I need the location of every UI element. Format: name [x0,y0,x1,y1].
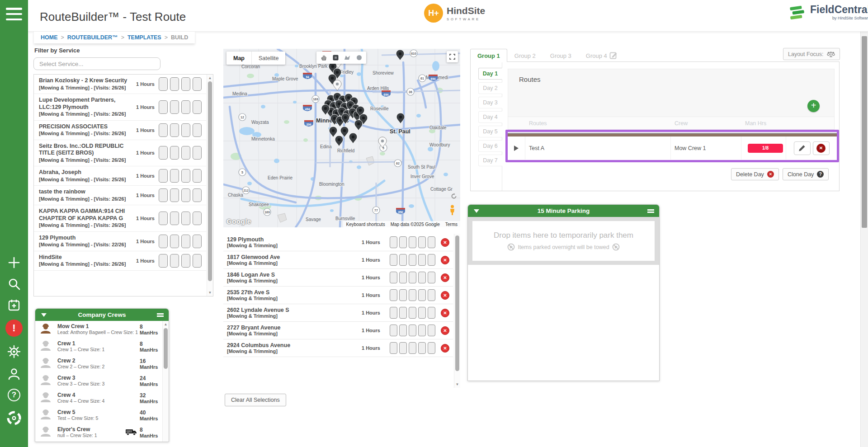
breadcrumb-item[interactable]: HOME [41,34,58,41]
day-tab[interactable]: Day 7 [478,155,502,166]
scroll-up-icon[interactable] [207,76,213,80]
visit-checkbox[interactable] [159,188,168,202]
address-row[interactable]: 2535 27th Ave S [Mowing & Trimming] 1 Ho… [223,287,453,304]
visit-checkbox[interactable] [193,212,202,225]
edit-route-button[interactable] [794,141,811,155]
crew-row[interactable]: Mow Crew 1 Lead: Anthony Bagwell – Crew … [35,321,162,338]
visit-checkbox[interactable] [193,254,202,268]
visit-checkbox[interactable] [390,307,397,319]
visit-checkbox[interactable] [193,235,202,248]
address-row[interactable]: 2602 Lyndale Avenue S [Mowing & Trimming… [223,304,453,322]
visit-checkbox[interactable] [428,254,435,266]
visit-checkbox[interactable] [181,188,190,202]
remove-address-button[interactable] [441,291,449,300]
polygon-select-icon[interactable] [341,52,353,64]
day-tab[interactable]: Day 3 [478,97,502,108]
visit-checkbox[interactable] [409,325,416,336]
scrollbar-thumb[interactable] [208,81,212,281]
visit-checkbox[interactable] [409,272,416,283]
visit-checkbox[interactable] [399,289,407,301]
parking-drop-zone[interactable]: Drop items here to temporarily park them… [472,221,655,261]
day-tab[interactable]: Day 2 [478,82,502,94]
visit-checkbox[interactable] [170,235,179,248]
visit-checkbox[interactable] [428,307,435,319]
visit-checkbox[interactable] [181,235,190,248]
visit-checkbox[interactable] [159,254,168,268]
visit-checkbox[interactable] [159,100,168,114]
crew-row[interactable]: Crew 3 Crew 3 – Crew Size: 3 24 ManHrs [35,372,162,390]
visit-checkbox[interactable] [418,342,426,354]
visit-checkbox[interactable] [193,123,202,137]
search-icon[interactable] [7,277,21,291]
delete-day-button[interactable]: Delete Day [731,168,779,180]
remove-address-button[interactable] [441,309,449,317]
clone-day-button[interactable]: Clone Day [783,168,829,180]
map-canvas[interactable]: CorcoranMaple GroveBrooklyn ParkFridleyS… [223,49,460,227]
panel-menu-icon[interactable] [157,313,164,315]
plus-icon[interactable] [7,256,21,269]
scrollbar-thumb[interactable] [455,235,459,371]
fullscreen-icon[interactable] [447,51,458,62]
visit-checkbox[interactable] [399,325,407,336]
service-row[interactable]: Brian Kozlosky - 2 Krew Security [Mowing… [34,75,206,94]
crew-row[interactable]: Crew 1 Crew 1 – Crew Size: 1 8 ManHrs [35,338,162,355]
group-tab[interactable]: Group 2 [507,49,543,62]
visit-checkbox[interactable] [418,272,426,283]
visit-checkbox[interactable] [181,123,190,137]
visit-checkbox[interactable] [170,123,179,137]
terms-link[interactable]: Terms [443,222,460,227]
visit-checkbox[interactable] [170,169,179,183]
visit-checkbox[interactable] [409,342,416,354]
visit-checkbox[interactable] [418,236,426,248]
window-scrollbar[interactable] [860,32,868,447]
service-filter-input[interactable] [33,57,160,70]
scroll-up-icon[interactable] [163,322,169,326]
visit-checkbox[interactable] [170,254,179,268]
visit-checkbox[interactable] [390,342,397,354]
visit-checkbox[interactable] [390,272,397,283]
visit-checkbox[interactable] [170,100,179,114]
alert-icon[interactable] [5,320,23,337]
visit-checkbox[interactable] [181,169,190,183]
visit-checkbox[interactable] [399,254,407,266]
service-row[interactable]: Seitz Bros. Inc.:OLD REPUBLIC TITLE (SEI… [34,140,206,167]
visit-checkbox[interactable] [170,188,179,202]
crew-row[interactable]: Crew 5 Test – Crew Size: 5 40 ManHrs [35,407,162,424]
day-tab[interactable]: Day 4 [478,111,502,123]
visit-checkbox[interactable] [399,272,407,283]
menu-icon[interactable] [6,8,22,20]
clear-all-selections-button[interactable]: Clear All Selections [225,394,286,406]
help-icon[interactable] [8,389,20,401]
collapse-icon[interactable] [474,209,479,213]
remove-address-button[interactable] [441,238,449,247]
group-tab[interactable]: Group 1 [470,49,507,62]
settings-icon[interactable] [7,344,21,359]
rectangle-select-icon[interactable] [330,52,341,64]
visit-checkbox[interactable] [409,236,416,248]
visit-checkbox[interactable] [181,254,190,268]
address-list-scrollbar[interactable] [454,234,460,388]
visit-checkbox[interactable] [428,289,435,301]
day-tab[interactable]: Day 1 [478,68,502,80]
expand-route-icon[interactable] [514,146,519,151]
visit-checkbox[interactable] [193,169,202,183]
visit-checkbox[interactable] [159,77,168,91]
visit-checkbox[interactable] [159,169,168,183]
visit-checkbox[interactable] [159,123,168,137]
collapse-icon[interactable] [41,313,47,317]
service-row[interactable]: PRECISION ASSOCIATES [Mowing & Trimming]… [34,121,206,140]
service-row[interactable]: HindSite [Mowing & Trimming] - [Visits: … [34,251,206,271]
remove-address-button[interactable] [441,256,449,264]
visit-checkbox[interactable] [170,212,179,225]
address-row[interactable]: 1817 Glenwood Ave [Mowing & Trimming] 1 … [223,251,453,269]
visit-checkbox[interactable] [390,236,397,248]
visit-checkbox[interactable] [193,146,202,160]
group-tab[interactable]: Group 4 [579,49,614,62]
satellite-button[interactable]: Satellite [252,52,285,65]
address-row[interactable]: 1846 Logan Ave S [Mowing & Trimming] 1 H… [223,269,453,287]
add-route-button[interactable] [807,100,820,112]
breadcrumb-item[interactable]: ROUTEBUILDER™ [67,34,118,41]
delete-route-button[interactable] [813,141,830,155]
visit-checkbox[interactable] [181,77,190,91]
visit-checkbox[interactable] [428,342,435,354]
